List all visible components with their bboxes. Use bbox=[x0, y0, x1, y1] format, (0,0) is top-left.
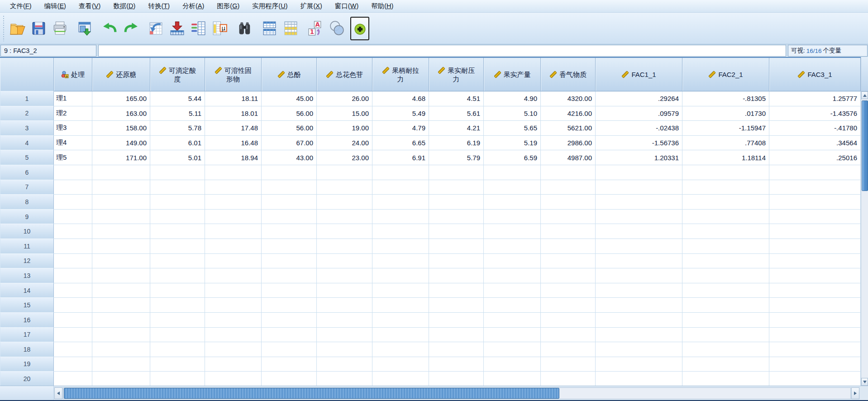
data-cell[interactable] bbox=[205, 313, 262, 328]
print-button[interactable] bbox=[49, 16, 71, 41]
data-cell[interactable] bbox=[769, 268, 861, 283]
data-cell[interactable] bbox=[769, 313, 861, 328]
data-cell[interactable] bbox=[372, 372, 429, 386]
data-cell[interactable]: 6.91 bbox=[372, 150, 429, 165]
data-cell[interactable] bbox=[317, 210, 372, 224]
data-cell[interactable]: 理5 bbox=[54, 150, 92, 165]
row-number-cell[interactable]: 3 bbox=[0, 120, 54, 136]
data-cell[interactable] bbox=[484, 210, 541, 224]
data-cell[interactable] bbox=[262, 165, 317, 180]
data-cell[interactable] bbox=[317, 165, 372, 180]
data-cell[interactable] bbox=[262, 342, 317, 357]
data-cell[interactable]: 2986.00 bbox=[541, 136, 596, 151]
data-cell[interactable] bbox=[54, 195, 92, 210]
data-cell[interactable] bbox=[769, 224, 861, 239]
data-cell[interactable] bbox=[682, 372, 769, 386]
data-cell[interactable]: 6.01 bbox=[150, 136, 205, 151]
row-number-cell[interactable]: 10 bbox=[0, 224, 54, 239]
menu-item-4[interactable]: 数据(D) bbox=[107, 0, 142, 12]
horizontal-scrollbar[interactable] bbox=[0, 386, 868, 400]
data-cell[interactable] bbox=[150, 342, 205, 357]
data-cell[interactable] bbox=[541, 239, 596, 254]
data-cell[interactable] bbox=[769, 239, 861, 254]
data-cell[interactable] bbox=[54, 298, 92, 313]
descriptives-button[interactable]: μ bbox=[209, 16, 230, 41]
data-cell[interactable] bbox=[205, 283, 262, 298]
data-cell[interactable] bbox=[262, 313, 317, 328]
row-number-cell[interactable]: 11 bbox=[0, 239, 54, 254]
data-cell[interactable] bbox=[429, 165, 484, 180]
data-cell[interactable]: 4.51 bbox=[429, 91, 484, 106]
data-cell[interactable] bbox=[262, 254, 317, 269]
scroll-up-button[interactable] bbox=[861, 91, 868, 99]
data-cell[interactable] bbox=[205, 254, 262, 269]
data-cell[interactable] bbox=[92, 224, 150, 239]
column-header-果柄耐拉力[interactable]: 果柄耐拉力 bbox=[372, 58, 429, 91]
data-cell[interactable] bbox=[150, 283, 205, 298]
data-cell[interactable] bbox=[205, 165, 262, 180]
data-cell[interactable] bbox=[429, 239, 484, 254]
menu-item-7[interactable]: 图形(G) bbox=[210, 0, 246, 12]
data-cell[interactable] bbox=[541, 298, 596, 313]
data-cell[interactable] bbox=[541, 268, 596, 283]
data-cell[interactable]: 16.48 bbox=[205, 136, 262, 151]
data-cell[interactable] bbox=[54, 224, 92, 239]
data-cell[interactable]: 6.19 bbox=[429, 136, 484, 151]
data-cell[interactable]: 1.20331 bbox=[596, 150, 682, 165]
data-cell[interactable] bbox=[372, 165, 429, 180]
column-header-FAC2_1[interactable]: FAC2_1 bbox=[682, 58, 769, 91]
data-cell[interactable]: .09579 bbox=[596, 106, 682, 121]
menu-item-9[interactable]: 扩展(X) bbox=[294, 0, 328, 12]
data-cell[interactable] bbox=[92, 372, 150, 386]
data-cell[interactable] bbox=[372, 357, 429, 372]
data-cell[interactable] bbox=[317, 328, 372, 343]
data-cell[interactable] bbox=[769, 328, 861, 343]
data-cell[interactable] bbox=[484, 239, 541, 254]
data-cell[interactable] bbox=[205, 342, 262, 357]
data-cell[interactable] bbox=[484, 283, 541, 298]
data-cell[interactable] bbox=[596, 342, 682, 357]
data-cell[interactable] bbox=[429, 298, 484, 313]
data-cell[interactable] bbox=[317, 239, 372, 254]
data-cell[interactable] bbox=[596, 268, 682, 283]
cell-editor-field[interactable] bbox=[98, 45, 786, 57]
data-cell[interactable] bbox=[150, 328, 205, 343]
data-cell[interactable] bbox=[317, 254, 372, 269]
row-number-cell[interactable]: 2 bbox=[0, 106, 54, 121]
data-cell[interactable] bbox=[596, 372, 682, 386]
data-cell[interactable] bbox=[54, 283, 92, 298]
data-cell[interactable] bbox=[429, 254, 484, 269]
data-cell[interactable] bbox=[429, 357, 484, 372]
data-cell[interactable]: 4.79 bbox=[372, 121, 429, 136]
data-cell[interactable]: -.02438 bbox=[596, 121, 682, 136]
data-cell[interactable] bbox=[262, 328, 317, 343]
data-cell[interactable] bbox=[596, 283, 682, 298]
data-cell[interactable] bbox=[150, 239, 205, 254]
row-number-cell[interactable]: 19 bbox=[0, 357, 54, 372]
data-cell[interactable] bbox=[372, 239, 429, 254]
data-cell[interactable] bbox=[484, 254, 541, 269]
data-cell[interactable]: .34564 bbox=[769, 136, 861, 151]
data-cell[interactable] bbox=[596, 357, 682, 372]
column-header-果实耐压力[interactable]: 果实耐压力 bbox=[429, 58, 484, 91]
data-cell[interactable] bbox=[682, 180, 769, 195]
menu-item-2[interactable]: 编辑(E) bbox=[38, 0, 72, 12]
data-cell[interactable] bbox=[150, 195, 205, 210]
data-cell[interactable] bbox=[682, 268, 769, 283]
data-cell[interactable] bbox=[54, 328, 92, 343]
column-header-可溶性固形物[interactable]: 可溶性固形物 bbox=[205, 58, 262, 91]
data-cell[interactable]: 171.00 bbox=[92, 150, 150, 165]
data-cell[interactable]: 26.00 bbox=[317, 91, 372, 106]
data-cell[interactable] bbox=[262, 298, 317, 313]
data-cell[interactable] bbox=[372, 195, 429, 210]
data-cell[interactable] bbox=[317, 224, 372, 239]
data-cell[interactable] bbox=[596, 180, 682, 195]
find-button[interactable] bbox=[234, 16, 255, 41]
data-cell[interactable] bbox=[484, 224, 541, 239]
column-header-果实产量[interactable]: 果实产量 bbox=[484, 58, 541, 91]
data-cell[interactable] bbox=[769, 165, 861, 180]
column-header-可滴定酸度[interactable]: 可滴定酸度 bbox=[150, 58, 205, 91]
data-cell[interactable]: 4.68 bbox=[372, 91, 429, 106]
data-cell[interactable] bbox=[541, 210, 596, 224]
data-cell[interactable] bbox=[769, 283, 861, 298]
